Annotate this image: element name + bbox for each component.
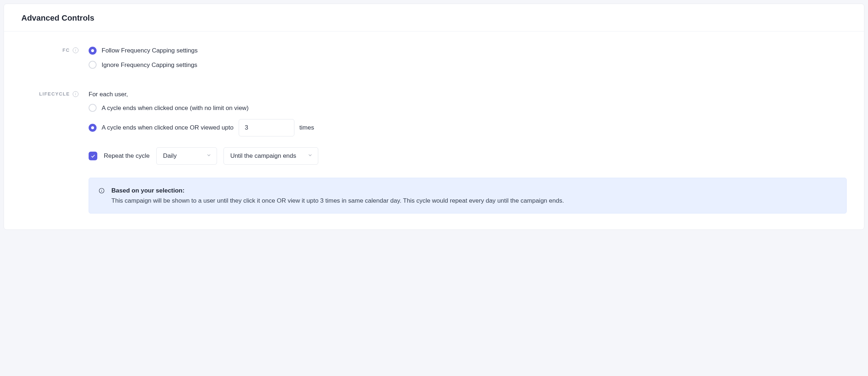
repeat-until-select[interactable]: Until the campaign ends [224,147,318,165]
fc-label-col: FC i [21,46,89,54]
lifecycle-option-clickorview-prefix: A cycle ends when clicked once OR viewed… [102,123,234,132]
radio-icon[interactable] [89,47,97,55]
svg-point-2 [101,189,102,190]
chevron-down-icon [307,151,313,161]
fc-option-follow-label: Follow Frequency Capping settings [102,46,198,55]
summary-title: Based on your selection: [111,186,564,195]
info-icon[interactable]: i [73,47,78,53]
card-title: Advanced Controls [21,12,847,24]
fc-label: FC [63,47,70,54]
selection-summary-panel: Based on your selection: This campaign w… [89,178,847,214]
lifecycle-label-col: LIFECYCLE i [21,90,89,98]
repeat-until-value: Until the campaign ends [230,151,296,161]
card-body: FC i Follow Frequency Capping settings I… [4,31,864,229]
card-header: Advanced Controls [4,4,864,31]
info-icon[interactable]: i [73,91,78,97]
summary-body: Based on your selection: This campaign w… [111,186,564,205]
summary-text: This campaign will be shown to a user un… [111,196,564,206]
lifecycle-label: LIFECYCLE [39,90,70,98]
fc-option-ignore[interactable]: Ignore Frequency Capping settings [89,60,847,70]
advanced-controls-card: Advanced Controls FC i Follow Frequency … [4,4,864,230]
fc-content: Follow Frequency Capping settings Ignore… [89,46,847,69]
radio-icon[interactable] [89,104,97,112]
fc-option-ignore-label: Ignore Frequency Capping settings [102,60,197,70]
repeat-interval-value: Daily [163,151,177,161]
fc-option-follow[interactable]: Follow Frequency Capping settings [89,46,847,55]
check-icon [90,153,95,159]
view-count-input[interactable] [239,119,294,136]
fc-row: FC i Follow Frequency Capping settings I… [21,46,847,69]
repeat-interval-select[interactable]: Daily [156,147,217,165]
repeat-label: Repeat the cycle [104,151,150,161]
lifecycle-option-clickonce[interactable]: A cycle ends when clicked once (with no … [89,103,847,113]
info-icon [98,187,105,197]
lifecycle-row: LIFECYCLE i For each user, A cycle ends … [21,90,847,214]
repeat-checkbox[interactable] [89,152,97,160]
lifecycle-option-clickorview[interactable]: A cycle ends when clicked once OR viewed… [89,119,847,136]
radio-icon[interactable] [89,124,97,132]
lifecycle-content: For each user, A cycle ends when clicked… [89,90,847,214]
lifecycle-option-clickonce-label: A cycle ends when clicked once (with no … [102,103,248,113]
chevron-down-icon [206,151,212,161]
lifecycle-lead: For each user, [89,90,847,99]
lifecycle-option-clickorview-suffix: times [299,123,314,132]
repeat-row: Repeat the cycle Daily Until the campaig… [89,147,847,165]
radio-icon[interactable] [89,61,97,69]
